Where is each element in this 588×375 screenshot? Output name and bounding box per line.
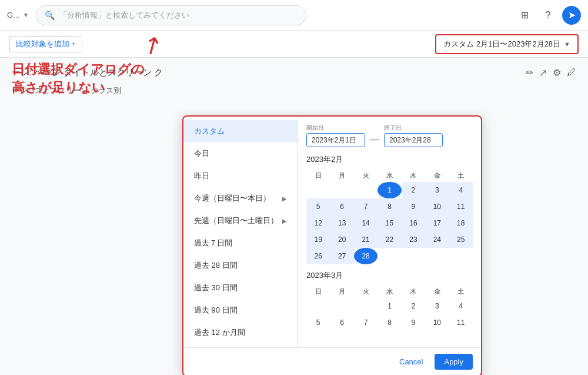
calendar-day[interactable]: 6 [330,198,353,215]
datepicker-overlay: カスタム今日昨日今週（日曜日〜本日）▶先週（日曜日〜土曜日）▶過去７日間過去 2… [182,115,482,375]
calendar-day [330,298,353,314]
calendar-day[interactable]: 18 [449,215,473,231]
calendar-day[interactable]: 6 [330,314,353,331]
date-range-button[interactable]: カスタム 2月1日〜2023年2月28日 ▼ [435,34,579,54]
apps-button[interactable]: ⊞ [515,6,534,25]
calendar-day-header: 火 [354,170,377,182]
calendar-day[interactable]: 13 [330,215,353,231]
date-menu-item[interactable]: 今週（日曜日〜本日）▶ [183,187,298,210]
calendar-day[interactable]: 10 [425,314,449,331]
calendar-day[interactable]: 4 [449,182,473,198]
cancel-button[interactable]: Cancel [395,354,427,370]
calendar-day [449,248,473,264]
start-date-group: 開始日 [306,124,365,147]
date-inputs: 開始日 — 終了日 [306,124,473,147]
calendar-day[interactable]: 14 [354,215,377,231]
pencil-icon[interactable]: 🖊 [567,67,576,78]
calendar-day[interactable]: 26 [306,248,330,264]
settings-icon[interactable]: ⚙ [553,67,561,78]
date-menu-item-label: 今日 [194,148,209,159]
edit-icon[interactable]: ✏ [526,67,533,78]
calendar-day[interactable]: 10 [425,198,449,215]
calendar-day[interactable]: 24 [425,231,449,248]
calendar-day[interactable]: 22 [377,231,401,248]
calendar-day[interactable]: 1 [377,298,401,314]
calendar-day[interactable]: 7 [354,198,377,215]
share-icon[interactable]: ↗ [539,67,547,78]
calendar-day-header: 日 [306,170,330,182]
calendar-day-header: 木 [402,170,425,182]
calendar-day-header: 月 [330,286,353,298]
calendar-day-header: 水 [377,286,401,298]
calendar-day[interactable]: 5 [306,314,330,331]
annotation-line1: 日付選択ダイアログの [12,61,145,79]
add-compare-label: 比較対象を追加 + [16,39,76,49]
profile-button[interactable]: ➤ [562,6,581,25]
search-placeholder-text: 「分析情報」と検索してみてください [59,10,189,21]
calendar-day[interactable]: 27 [330,248,353,264]
calendar-day[interactable]: 2 [402,182,425,198]
end-date-input[interactable] [384,133,443,147]
date-menu-item[interactable]: 先週（日曜日〜土曜日）▶ [183,210,298,232]
date-menu-item[interactable]: 過去７日間 [183,232,298,254]
calendar-day[interactable]: 9 [402,198,425,215]
help-button[interactable]: ? [539,6,557,25]
calendar-day[interactable]: 5 [306,198,330,215]
date-calendar: 開始日 — 終了日 2023年2月日月火水木金土1234567891011121… [298,117,481,347]
date-menu-item[interactable]: 過去 28 日間 [183,254,298,277]
help-icon: ? [546,10,551,21]
calendar-day-header: 月 [330,170,353,182]
calendar-grid: 日月火水木金土123456789101112131415161718192021… [306,170,473,264]
calendar-day[interactable]: 16 [402,215,425,231]
calendar-container: 2023年2月日月火水木金土12345678910111213141516171… [306,154,473,331]
main-content: ーン: ページ タイトルとスクリーン ク ✏ ↗ ⚙ 🖊 ージパスとスクリーン … [0,58,588,115]
start-date-input[interactable] [306,133,365,147]
date-menu-item-label: 過去 90 日間 [194,305,238,316]
calendar-day [354,182,377,198]
date-menu-item[interactable]: 昨日 [183,165,298,187]
date-range-label: カスタム 2月1日〜2023年2月28日 [443,39,560,49]
apps-icon: ⊞ [521,9,529,21]
top-bar: G... ▼ 🔍 「分析情報」と検索してみてください ⊞ ? ➤ [0,0,588,31]
calendar-day[interactable]: 8 [377,314,401,331]
date-menu-item-label: 過去 30 日間 [194,283,238,293]
add-compare-button[interactable]: 比較対象を追加 + [9,36,82,52]
calendar-day[interactable]: 9 [402,314,425,331]
calendar-day[interactable]: 15 [377,215,401,231]
date-menu-item-label: 先週（日曜日〜土曜日） [194,215,278,226]
date-menu-item[interactable]: 過去 30 日間 [183,277,298,299]
calendar-day[interactable]: 21 [354,231,377,248]
date-menu-item[interactable]: カスタム [183,120,298,142]
datepicker-footer: Cancel Apply [183,347,481,375]
calendar-day[interactable]: 3 [425,182,449,198]
calendar-day[interactable]: 25 [449,231,473,248]
calendar-day[interactable]: 23 [402,231,425,248]
calendar-day[interactable]: 19 [306,231,330,248]
logo-text: G... [7,11,19,19]
calendar-day[interactable]: 11 [449,198,473,215]
calendar-day[interactable]: 3 [425,298,449,314]
search-bar[interactable]: 🔍 「分析情報」と検索してみてください [36,5,306,25]
date-menu: カスタム今日昨日今週（日曜日〜本日）▶先週（日曜日〜土曜日）▶過去７日間過去 2… [183,117,298,347]
calendar-day[interactable]: 7 [354,314,377,331]
calendar-day[interactable]: 2 [402,298,425,314]
calendar-day[interactable]: 17 [425,215,449,231]
date-menu-item-label: 過去 28 日間 [194,260,238,271]
calendar-day[interactable]: 8 [377,198,401,215]
calendar-day[interactable]: 1 [377,182,401,198]
start-date-label: 開始日 [306,124,365,132]
end-date-label: 終了日 [384,124,443,132]
calendar-day-header: 日 [306,286,330,298]
date-menu-item[interactable]: 過去 90 日間 [183,299,298,321]
date-menu-item[interactable]: 今日 [183,142,298,165]
date-menu-item[interactable]: 過去 12 か月間 [183,321,298,344]
calendar-day-header: 金 [425,170,449,182]
end-date-group: 終了日 [384,124,443,147]
calendar-day [425,248,449,264]
calendar-day[interactable]: 11 [449,314,473,331]
apply-button[interactable]: Apply [435,354,473,370]
calendar-day[interactable]: 12 [306,215,330,231]
calendar-day[interactable]: 20 [330,231,353,248]
calendar-day[interactable]: 28 [354,248,377,264]
calendar-day[interactable]: 4 [449,298,473,314]
